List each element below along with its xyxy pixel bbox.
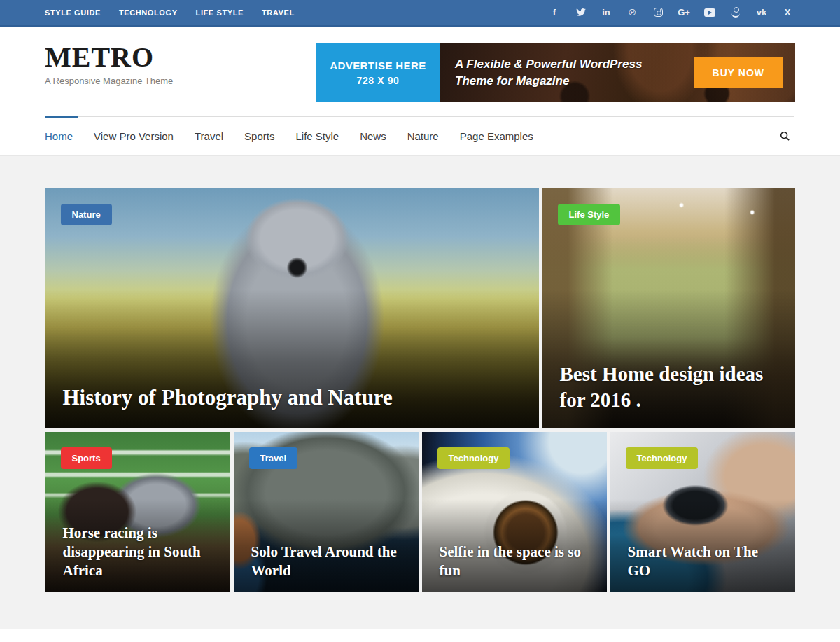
xing-icon[interactable]: X	[780, 5, 795, 20]
advertise-here-box[interactable]: ADVERTISE HERE 728 X 90	[316, 43, 440, 102]
ad-size-label: 728 X 90	[357, 75, 400, 86]
site-tagline: A Responsive Magazine Theme	[45, 76, 173, 86]
odnoklassniki-icon[interactable]	[728, 5, 743, 20]
post-card-horse-racing[interactable]: Sports Horse racing is disappearing in S…	[46, 432, 230, 592]
category-badge-travel[interactable]: Travel	[249, 447, 298, 469]
nav-item-news[interactable]: News	[360, 118, 407, 155]
topbar-item-style-guide[interactable]: STYLE GUIDE	[45, 8, 101, 17]
featured-posts-section: Nature History of Photography and Nature…	[0, 156, 840, 629]
topbar-item-travel[interactable]: TRAVEL	[262, 8, 295, 17]
nav-item-life-style[interactable]: Life Style	[295, 118, 360, 155]
search-icon[interactable]	[776, 127, 794, 146]
youtube-glyph	[704, 8, 715, 17]
instagram-glyph	[654, 8, 663, 17]
post-card-space-selfie[interactable]: Technology Selfie in the space is so fun	[422, 432, 607, 592]
site-header: METRO A Responsive Magazine Theme ADVERT…	[0, 27, 840, 116]
category-badge-nature[interactable]: Nature	[61, 204, 112, 225]
branding: METRO A Responsive Magazine Theme	[45, 42, 173, 86]
buy-now-button[interactable]: BUY NOW	[694, 57, 783, 88]
odnoklassniki-glyph	[732, 7, 740, 18]
topbar-item-life-style[interactable]: LIFE STYLE	[196, 8, 244, 17]
post-title[interactable]: Selfie in the space is so fun	[422, 543, 607, 592]
main-navigation-bar: Home View Pro Version Travel Sports Life…	[0, 116, 840, 156]
topbar: STYLE GUIDE TECHNOLOGY LIFE STYLE TRAVEL…	[0, 0, 840, 27]
topbar-item-technology[interactable]: TECHNOLOGY	[119, 8, 178, 17]
google-plus-icon[interactable]: G+	[676, 5, 692, 20]
youtube-icon[interactable]	[702, 5, 718, 20]
category-badge-life-style[interactable]: Life Style	[558, 204, 621, 225]
twitter-icon[interactable]	[573, 5, 588, 20]
nav-item-travel[interactable]: Travel	[195, 118, 244, 155]
ad-creative[interactable]: A Flexible & Powerful WordPress Theme fo…	[440, 43, 795, 102]
nav-item-sports[interactable]: Sports	[244, 118, 295, 155]
nav-item-view-pro-version[interactable]: View Pro Version	[94, 118, 195, 155]
nav-item-page-examples[interactable]: Page Examples	[460, 118, 554, 155]
category-badge-sports[interactable]: Sports	[61, 447, 112, 469]
pinterest-icon[interactable]: ℗	[624, 5, 640, 20]
social-links: f in ℗ G+ vk X	[547, 5, 795, 20]
ad-message: A Flexible & Powerful WordPress Theme fo…	[455, 56, 642, 90]
post-title[interactable]: History of Photography and Nature	[46, 384, 539, 428]
post-card-home-design[interactable]: Life Style Best Home design ideas for 20…	[542, 188, 795, 428]
facebook-icon[interactable]: f	[547, 5, 562, 20]
site-logo[interactable]: METRO	[45, 42, 173, 73]
main-navigation: Home View Pro Version Travel Sports Life…	[45, 116, 794, 155]
nav-item-home[interactable]: Home	[45, 118, 94, 155]
vk-icon[interactable]: vk	[754, 5, 769, 20]
post-title[interactable]: Smart Watch on The GO	[610, 543, 795, 592]
ad-banner[interactable]: ADVERTISE HERE 728 X 90 A Flexible & Pow…	[316, 43, 795, 102]
post-title[interactable]: Horse racing is disappearing in South Af…	[46, 524, 230, 592]
post-card-smart-watch[interactable]: Technology Smart Watch on The GO	[610, 432, 795, 592]
topbar-menu: STYLE GUIDE TECHNOLOGY LIFE STYLE TRAVEL	[45, 8, 295, 17]
post-title[interactable]: Best Home design ideas for 2016 .	[542, 361, 795, 428]
nav-item-nature[interactable]: Nature	[407, 118, 460, 155]
category-badge-technology[interactable]: Technology	[438, 447, 510, 469]
post-card-solo-travel[interactable]: Travel Solo Travel Around the World	[234, 432, 419, 592]
post-title[interactable]: Solo Travel Around the World	[234, 543, 419, 592]
instagram-icon[interactable]	[650, 5, 666, 20]
advertise-here-label: ADVERTISE HERE	[330, 60, 426, 71]
linkedin-icon[interactable]: in	[598, 5, 614, 20]
category-badge-technology[interactable]: Technology	[626, 447, 699, 469]
post-card-photography[interactable]: Nature History of Photography and Nature	[46, 188, 539, 428]
content-area-start	[0, 629, 840, 642]
